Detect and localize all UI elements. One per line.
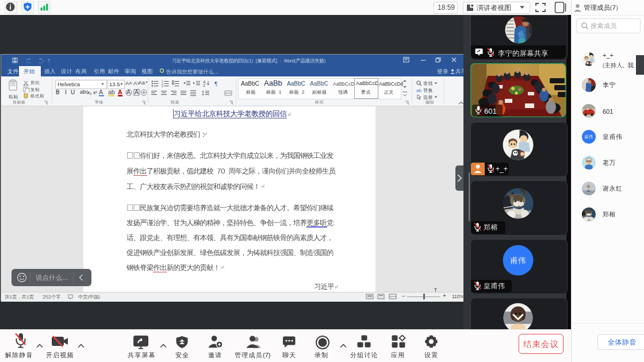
svg-text:3: 3 <box>162 85 163 87</box>
svg-text:A: A <box>118 89 122 95</box>
svg-text:A: A <box>135 89 139 95</box>
svg-text:ab: ab <box>108 89 115 95</box>
svg-text:Z: Z <box>203 83 206 87</box>
svg-text:¶: ¶ <box>214 80 217 87</box>
svg-text:A: A <box>99 89 103 95</box>
svg-text:ab: ab <box>416 88 421 93</box>
